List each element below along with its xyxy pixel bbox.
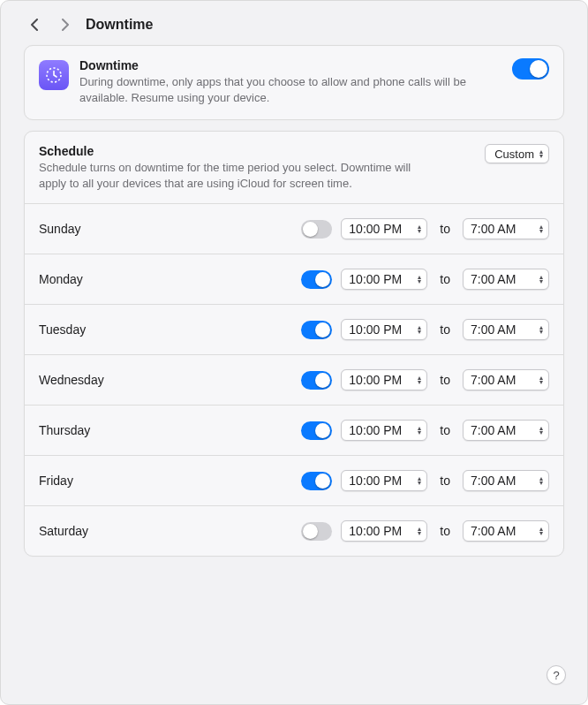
day-to-field[interactable]: 7:00 AM▴▾ <box>463 218 549 239</box>
between-label: to <box>436 423 454 437</box>
updown-icon: ▴▾ <box>539 426 545 435</box>
day-to-field[interactable]: 7:00 AM▴▾ <box>463 420 549 441</box>
updown-icon: ▴▾ <box>418 476 423 485</box>
help-icon: ? <box>553 669 559 682</box>
nav-arrows <box>29 18 70 32</box>
day-name: Saturday <box>39 524 292 538</box>
schedule-mode-popup[interactable]: Custom ▴▾ <box>485 144 549 163</box>
day-toggle[interactable] <box>301 522 332 541</box>
day-from-field[interactable]: 10:00 PM▴▾ <box>341 218 427 239</box>
downtime-master-toggle[interactable] <box>512 58 549 80</box>
day-from-field[interactable]: 10:00 PM▴▾ <box>341 420 427 441</box>
day-to-field[interactable]: 7:00 AM▴▾ <box>463 269 549 290</box>
day-to-value: 7:00 AM <box>471 222 516 236</box>
schedule-mode-label: Custom <box>494 148 534 161</box>
day-to-field[interactable]: 7:00 AM▴▾ <box>463 369 549 390</box>
updown-icon: ▴▾ <box>418 275 423 284</box>
schedule-heading: Schedule <box>39 144 474 158</box>
day-toggle[interactable] <box>301 371 332 390</box>
day-row: Thursday10:00 PM▴▾to7:00 AM▴▾ <box>25 406 563 456</box>
updown-icon: ▴▾ <box>418 527 423 535</box>
day-toggle[interactable] <box>301 472 332 490</box>
between-label: to <box>436 222 454 236</box>
updown-icon: ▴▾ <box>539 375 545 384</box>
updown-icon: ▴▾ <box>418 325 423 334</box>
day-to-value: 7:00 AM <box>471 322 516 337</box>
day-row: Saturday10:00 PM▴▾to7:00 AM▴▾ <box>25 506 563 556</box>
day-toggle[interactable] <box>301 421 332 440</box>
updown-icon: ▴▾ <box>539 275 545 284</box>
day-from-field[interactable]: 10:00 PM▴▾ <box>341 520 427 542</box>
toggle-knob <box>303 222 318 237</box>
day-to-field[interactable]: 7:00 AM▴▾ <box>463 319 549 340</box>
day-from-field[interactable]: 10:00 PM▴▾ <box>341 269 427 290</box>
between-label: to <box>436 373 454 387</box>
day-to-field[interactable]: 7:00 AM▴▾ <box>463 520 549 542</box>
toggle-knob <box>315 474 330 489</box>
day-from-field[interactable]: 10:00 PM▴▾ <box>341 319 427 340</box>
help-button[interactable]: ? <box>547 665 566 685</box>
toggle-knob <box>303 524 318 539</box>
day-from-value: 10:00 PM <box>349 222 402 236</box>
day-toggle[interactable] <box>301 220 332 239</box>
toggle-knob <box>315 423 330 438</box>
day-from-value: 10:00 PM <box>349 373 402 387</box>
forward-button[interactable] <box>61 18 70 32</box>
between-label: to <box>436 322 454 337</box>
day-to-value: 7:00 AM <box>471 474 516 488</box>
day-name: Tuesday <box>39 322 292 337</box>
content: Downtime During downtime, only apps that… <box>1 45 587 557</box>
settings-pane: Downtime Downtime During downtime, only … <box>0 0 588 705</box>
day-from-field[interactable]: 10:00 PM▴▾ <box>341 470 427 491</box>
day-name: Friday <box>39 474 292 488</box>
toggle-knob <box>315 322 330 337</box>
schedule-description: Schedule turns on downtime for the time … <box>39 160 418 191</box>
downtime-summary-card: Downtime During downtime, only apps that… <box>24 45 564 120</box>
day-to-value: 7:00 AM <box>471 373 516 387</box>
back-button[interactable] <box>29 18 38 32</box>
day-to-value: 7:00 AM <box>471 423 516 437</box>
page-title: Downtime <box>86 17 153 33</box>
day-row: Tuesday10:00 PM▴▾to7:00 AM▴▾ <box>25 305 563 355</box>
between-label: to <box>436 524 454 538</box>
day-row: Sunday10:00 PM▴▾to7:00 AM▴▾ <box>25 204 563 254</box>
day-toggle[interactable] <box>301 270 332 289</box>
updown-icon: ▴▾ <box>539 325 545 334</box>
day-name: Sunday <box>39 222 292 236</box>
downtime-summary-text: Downtime During downtime, only apps that… <box>79 58 501 105</box>
toggle-knob <box>315 272 330 287</box>
chevron-right-icon <box>62 19 70 31</box>
clock-icon <box>44 65 64 85</box>
toggle-knob <box>530 60 547 78</box>
day-from-value: 10:00 PM <box>349 474 402 488</box>
day-to-value: 7:00 AM <box>471 272 516 286</box>
chevron-left-icon <box>30 19 38 31</box>
day-row: Monday10:00 PM▴▾to7:00 AM▴▾ <box>25 254 563 305</box>
day-name: Monday <box>39 272 292 286</box>
updown-icon: ▴▾ <box>418 224 423 233</box>
day-from-field[interactable]: 10:00 PM▴▾ <box>341 369 427 390</box>
days-list: Sunday10:00 PM▴▾to7:00 AM▴▾Monday10:00 P… <box>25 204 563 556</box>
downtime-summary-title: Downtime <box>79 58 494 72</box>
day-from-value: 10:00 PM <box>349 524 402 538</box>
schedule-header-text: Schedule Schedule turns on downtime for … <box>39 144 474 191</box>
updown-icon: ▴▾ <box>418 426 423 435</box>
downtime-icon <box>39 60 69 90</box>
downtime-summary-description: During downtime, only apps that you choo… <box>79 74 494 105</box>
day-row: Wednesday10:00 PM▴▾to7:00 AM▴▾ <box>25 355 563 406</box>
updown-icon: ▴▾ <box>539 527 545 535</box>
schedule-card: Schedule Schedule turns on downtime for … <box>24 131 564 557</box>
day-toggle[interactable] <box>301 321 332 339</box>
updown-icon: ▴▾ <box>539 149 545 158</box>
updown-icon: ▴▾ <box>539 224 545 233</box>
day-name: Wednesday <box>39 373 292 387</box>
day-row: Friday10:00 PM▴▾to7:00 AM▴▾ <box>25 456 563 506</box>
day-to-field[interactable]: 7:00 AM▴▾ <box>463 470 549 491</box>
day-from-value: 10:00 PM <box>349 272 402 286</box>
titlebar: Downtime <box>1 1 587 45</box>
day-name: Thursday <box>39 423 292 437</box>
day-from-value: 10:00 PM <box>349 423 402 437</box>
updown-icon: ▴▾ <box>539 476 545 485</box>
schedule-header: Schedule Schedule turns on downtime for … <box>25 132 563 204</box>
day-from-value: 10:00 PM <box>349 322 402 337</box>
